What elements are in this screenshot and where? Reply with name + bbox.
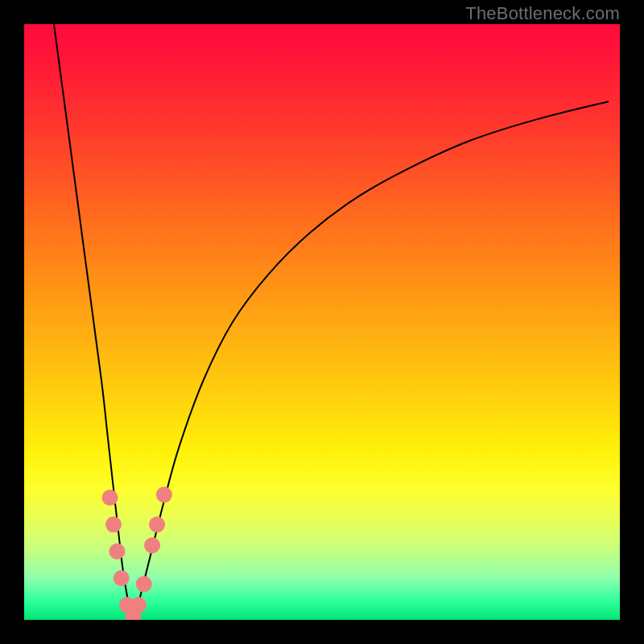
marker-dot <box>136 576 152 592</box>
marker-dot <box>144 538 160 554</box>
marker-dot <box>102 489 118 506</box>
plot-area <box>24 24 620 620</box>
curve-right-branch <box>133 101 608 620</box>
curve-left-branch <box>54 24 133 620</box>
marker-dot <box>114 570 130 586</box>
curve-layer <box>24 24 620 620</box>
marker-dot <box>156 487 172 503</box>
watermark-text: TheBottleneck.com <box>465 3 620 24</box>
marker-dots <box>102 487 172 620</box>
marker-dot <box>149 517 165 533</box>
marker-dot <box>130 597 147 613</box>
marker-dot <box>105 517 122 533</box>
marker-dot <box>109 543 125 559</box>
chart-frame: TheBottleneck.com <box>0 0 644 644</box>
